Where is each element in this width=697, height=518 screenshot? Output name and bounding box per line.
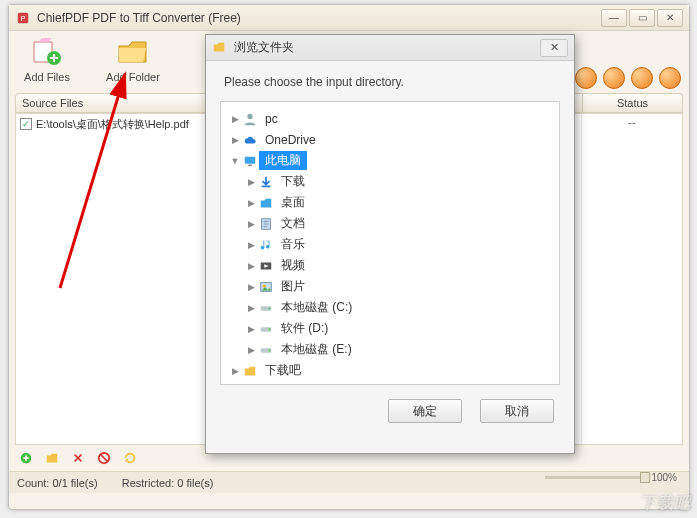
watermark: 下载吧 xyxy=(640,493,691,514)
status-restricted: Restricted: 0 file(s) xyxy=(122,477,214,489)
tree-node-label: 图片 xyxy=(275,277,311,296)
folder-y-icon xyxy=(241,364,259,378)
tree-node-label: 文档 xyxy=(275,214,311,233)
tree-node-label: 此电脑 xyxy=(259,151,307,170)
main-titlebar: P ChiefPDF PDF to Tiff Converter (Free) … xyxy=(9,5,689,31)
action-icon-3[interactable] xyxy=(631,67,653,89)
file-path: E:\tools\桌面\格式转换\Help.pdf xyxy=(36,117,189,132)
dialog-prompt: Please choose the input directory. xyxy=(206,61,574,97)
expand-arrow-icon[interactable]: ▶ xyxy=(229,114,241,124)
svg-point-20 xyxy=(269,349,271,351)
tree-node[interactable]: ▶下载 xyxy=(225,171,555,192)
action-icon-1[interactable] xyxy=(575,67,597,89)
tree-node-label: 软件 (D:) xyxy=(275,319,334,338)
zoom-value: 100% xyxy=(651,472,677,483)
action-icons xyxy=(575,67,681,89)
status-count: Count: 0/1 file(s) xyxy=(17,477,98,489)
tree-node[interactable]: ▶视频 xyxy=(225,255,555,276)
tree-node[interactable]: ▶下载吧 xyxy=(225,360,555,381)
folder-tree[interactable]: ▶pc▶OneDrive▼此电脑▶下载▶桌面▶文档▶音乐▶视频▶图片▶本地磁盘 … xyxy=(220,101,560,385)
expand-arrow-icon[interactable]: ▶ xyxy=(245,261,257,271)
download-icon xyxy=(257,175,275,189)
tree-node[interactable]: ▶pc xyxy=(225,108,555,129)
tree-node-label: 下载 xyxy=(275,172,311,191)
expand-arrow-icon[interactable]: ▶ xyxy=(229,135,241,145)
expand-arrow-icon[interactable]: ▶ xyxy=(245,177,257,187)
tree-node-label: 视频 xyxy=(275,256,311,275)
video-icon xyxy=(257,259,275,273)
add-folder-label: Add Folder xyxy=(106,71,160,83)
expand-arrow-icon[interactable]: ▶ xyxy=(245,240,257,250)
svg-point-14 xyxy=(263,284,266,287)
expand-arrow-icon[interactable]: ▶ xyxy=(229,366,241,376)
app-icon: P xyxy=(15,10,31,26)
tree-node[interactable]: ▼此电脑 xyxy=(225,150,555,171)
browse-folder-dialog: 浏览文件夹 ✕ Please choose the input director… xyxy=(205,34,575,454)
folder-icon[interactable] xyxy=(43,449,61,467)
add-files-label: Add Files xyxy=(24,71,70,83)
svg-rect-8 xyxy=(245,156,256,163)
action-icon-2[interactable] xyxy=(603,67,625,89)
add-icon[interactable] xyxy=(17,449,35,467)
expand-arrow-icon[interactable]: ▶ xyxy=(245,345,257,355)
tree-node[interactable]: ▶本地磁盘 (E:) xyxy=(225,339,555,360)
drive-icon xyxy=(257,343,275,357)
col-status[interactable]: Status xyxy=(583,93,683,113)
cancel-button[interactable]: 取消 xyxy=(480,399,554,423)
expand-arrow-icon[interactable]: ▼ xyxy=(229,156,241,166)
deny-icon[interactable] xyxy=(95,449,113,467)
checkbox-icon[interactable]: ✓ xyxy=(20,118,32,130)
add-files-icon xyxy=(29,35,65,69)
action-icon-4[interactable] xyxy=(659,67,681,89)
tree-node-label: OneDrive xyxy=(259,132,322,148)
tree-node[interactable]: ▶音乐 xyxy=(225,234,555,255)
window-title: ChiefPDF PDF to Tiff Converter (Free) xyxy=(37,11,241,25)
doc-icon xyxy=(257,217,275,231)
ok-button[interactable]: 确定 xyxy=(388,399,462,423)
tree-node-label: 本地磁盘 (C:) xyxy=(275,298,358,317)
cloud-icon xyxy=(241,133,259,147)
dialog-title: 浏览文件夹 xyxy=(234,39,294,56)
tree-node-label: 音乐 xyxy=(275,235,311,254)
maximize-button[interactable]: ▭ xyxy=(629,9,655,27)
expand-arrow-icon[interactable]: ▶ xyxy=(245,282,257,292)
svg-point-18 xyxy=(269,328,271,330)
status-value: -- xyxy=(628,116,635,444)
tree-node[interactable]: ▶OneDrive xyxy=(225,129,555,150)
dialog-close-button[interactable]: ✕ xyxy=(540,39,568,57)
svg-text:P: P xyxy=(21,14,26,21)
zoom-slider[interactable]: 100% xyxy=(545,472,677,483)
tree-node[interactable]: ▶图片 xyxy=(225,276,555,297)
image-icon xyxy=(257,280,275,294)
tree-node[interactable]: ▶文档 xyxy=(225,213,555,234)
svg-rect-9 xyxy=(248,164,252,166)
add-files-button[interactable]: Add Files xyxy=(17,35,77,83)
svg-rect-10 xyxy=(262,185,271,187)
close-button[interactable]: ✕ xyxy=(657,9,683,27)
dialog-icon xyxy=(212,40,228,56)
delete-icon[interactable] xyxy=(69,449,87,467)
expand-arrow-icon[interactable]: ▶ xyxy=(245,303,257,313)
expand-arrow-icon[interactable]: ▶ xyxy=(245,198,257,208)
svg-point-16 xyxy=(269,307,271,309)
slider-thumb[interactable] xyxy=(640,472,650,483)
tree-node[interactable]: ▶本地磁盘 (C:) xyxy=(225,297,555,318)
tree-node-label: pc xyxy=(259,111,284,127)
minimize-button[interactable]: — xyxy=(601,9,627,27)
tree-node[interactable]: ▶软件 (D:) xyxy=(225,318,555,339)
status-cell: -- xyxy=(582,114,682,444)
tree-node-label: 下载吧 xyxy=(259,361,307,380)
drive-icon xyxy=(257,322,275,336)
expand-arrow-icon[interactable]: ▶ xyxy=(245,324,257,334)
svg-point-7 xyxy=(247,113,252,118)
add-folder-button[interactable]: Add Folder xyxy=(103,35,163,83)
slider-track[interactable] xyxy=(545,476,645,479)
user-icon xyxy=(241,112,259,126)
refresh-icon[interactable] xyxy=(121,449,139,467)
expand-arrow-icon[interactable]: ▶ xyxy=(245,219,257,229)
folder-b-icon xyxy=(257,196,275,210)
tree-node[interactable]: ▶桌面 xyxy=(225,192,555,213)
dialog-titlebar: 浏览文件夹 ✕ xyxy=(206,35,574,61)
music-icon xyxy=(257,238,275,252)
tree-node-label: 本地磁盘 (E:) xyxy=(275,340,358,359)
